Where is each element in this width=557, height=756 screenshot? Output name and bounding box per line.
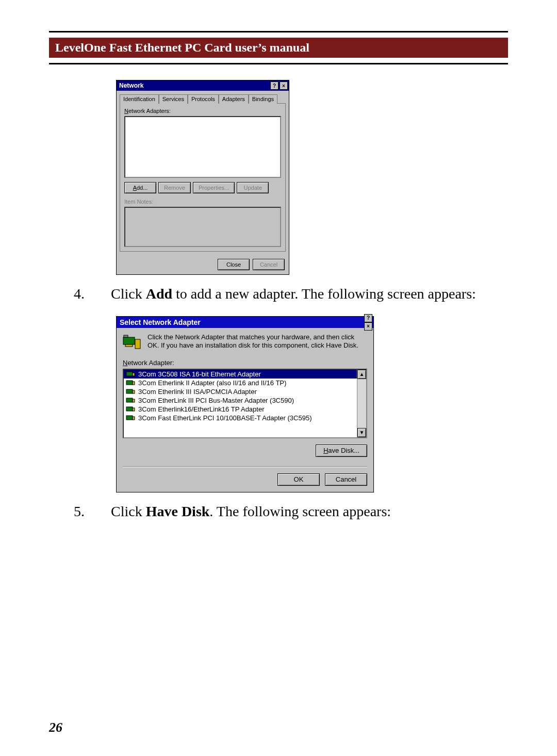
separator [123, 466, 367, 467]
list-item-label: 3Com 3C508 ISA 16-bit Ethernet Adapter [138, 370, 261, 378]
cancel-button[interactable]: Cancel [253, 259, 285, 270]
network-dialog-title: Network [119, 82, 143, 89]
adapter-device-icon [123, 333, 141, 352]
top-rule [49, 31, 508, 32]
list-item[interactable]: 3Com EtherLink III PCI Bus-Master Adapte… [124, 396, 357, 405]
svg-rect-9 [133, 390, 135, 393]
svg-rect-14 [126, 416, 133, 420]
help-icon[interactable]: ? [364, 314, 372, 322]
ok-button[interactable]: OK [277, 473, 320, 486]
network-dialog-titlebar: Network ? × [117, 80, 289, 91]
list-item-label: 3Com Etherlink16/EtherLink16 TP Adapter [138, 405, 265, 413]
help-icon[interactable]: ? [270, 81, 278, 90]
svg-rect-11 [133, 399, 135, 402]
list-item-label: 3Com Etherlink III ISA/PCMCIA Adapter [138, 388, 257, 396]
add-button[interactable]: Add... [124, 182, 156, 193]
list-item[interactable]: 3Com Fast EtherLink PCI 10/100BASE-T Ada… [124, 414, 357, 422]
tab-identification[interactable]: Identification [120, 94, 159, 104]
svg-rect-5 [133, 373, 135, 376]
svg-rect-12 [126, 407, 133, 411]
select-adapter-title: Select Network Adapter [120, 318, 201, 326]
close-icon[interactable]: × [364, 322, 372, 331]
step-4: 4.Click Add to add a new adapter. The fo… [49, 284, 508, 304]
step-5-number: 5. [92, 502, 111, 521]
svg-rect-6 [126, 381, 133, 385]
step-5-text-b: . The following screen appears: [209, 503, 391, 519]
step-5-bold: Have Disk [146, 503, 210, 519]
network-adapter-list-label: Network Adapter: [123, 359, 367, 367]
step-5-text-a: Click [111, 503, 146, 519]
adapter-item-icon [126, 405, 135, 413]
svg-rect-10 [126, 398, 133, 402]
adapter-item-icon [126, 397, 135, 404]
step-4-text-b: to add a new adapter. The following scre… [172, 286, 476, 302]
remove-button[interactable]: Remove [158, 182, 191, 193]
svg-rect-3 [124, 335, 128, 337]
tab-protocols[interactable]: Protocols [188, 94, 219, 104]
list-item[interactable]: 3Com Etherlink16/EtherLink16 TP Adapter [124, 405, 357, 414]
svg-rect-15 [133, 417, 135, 420]
item-notes-box [124, 207, 281, 247]
svg-rect-7 [133, 382, 135, 385]
step-4-bold: Add [146, 286, 172, 302]
list-item-label: 3Com Etherlink II Adapter (also II/16 an… [138, 379, 286, 387]
label-text: etwork Adapters: [128, 108, 171, 114]
list-item-label: 3Com Fast EtherLink PCI 10/100BASE-T Ada… [138, 414, 312, 422]
adapters-listbox[interactable] [124, 116, 281, 178]
update-button[interactable]: Update [237, 182, 269, 193]
step-4-number: 4. [92, 284, 111, 304]
have-disk-button[interactable]: Have Disk... [316, 445, 367, 457]
select-adapter-dialog: Select Network Adapter ? × [116, 316, 374, 492]
close-button[interactable]: Close [218, 259, 250, 270]
svg-rect-8 [126, 389, 133, 393]
network-tabs: Identification Services Protocols Adapte… [120, 94, 286, 103]
tab-services[interactable]: Services [159, 94, 188, 104]
network-dialog: Network ? × Identification Services Prot… [116, 80, 289, 275]
adapter-item-icon [126, 414, 135, 421]
page-header-band: LevelOne Fast Ethernet PC Card user’s ma… [49, 38, 508, 58]
select-adapter-instruction: Click the Network Adapter that matches y… [148, 333, 367, 350]
step-4-text-a: Click [111, 286, 146, 302]
step-5: 5.Click Have Disk. The following screen … [49, 502, 508, 521]
list-item[interactable]: 3Com 3C508 ISA 16-bit Ethernet Adapter [124, 370, 357, 379]
adapter-list[interactable]: 3Com 3C508 ISA 16-bit Ethernet Adapter 3… [123, 369, 367, 438]
adapter-item-icon [126, 370, 135, 377]
item-notes-label: Item Notes: [124, 199, 281, 205]
svg-rect-13 [133, 408, 135, 411]
scrollbar[interactable]: ▲ ▼ [357, 370, 366, 437]
page-number: 26 [49, 720, 62, 735]
list-item-label: 3Com EtherLink III PCI Bus-Master Adapte… [138, 397, 294, 404]
select-adapter-titlebar: Select Network Adapter ? × [117, 317, 373, 328]
scroll-down-icon[interactable]: ▼ [357, 428, 366, 437]
cancel-button[interactable]: Cancel [325, 473, 367, 486]
adapter-item-icon [126, 388, 135, 395]
list-item[interactable]: 3Com Etherlink II Adapter (also II/16 an… [124, 379, 357, 387]
properties-button[interactable]: Properties... [193, 182, 235, 193]
svg-rect-1 [125, 344, 133, 347]
svg-rect-0 [123, 337, 135, 344]
svg-rect-4 [126, 372, 133, 376]
tab-adapters[interactable]: Adapters [219, 94, 249, 104]
close-icon[interactable]: × [280, 81, 288, 90]
scroll-up-icon[interactable]: ▲ [357, 370, 366, 379]
adapters-panel: Network Adapters: Add... Remove Properti… [120, 103, 286, 252]
adapter-item-icon [126, 379, 135, 386]
network-adapters-label: Network Adapters: [124, 108, 281, 114]
svg-rect-2 [135, 339, 140, 349]
list-item[interactable]: 3Com Etherlink III ISA/PCMCIA Adapter [124, 387, 357, 396]
tab-bindings[interactable]: Bindings [249, 94, 277, 104]
